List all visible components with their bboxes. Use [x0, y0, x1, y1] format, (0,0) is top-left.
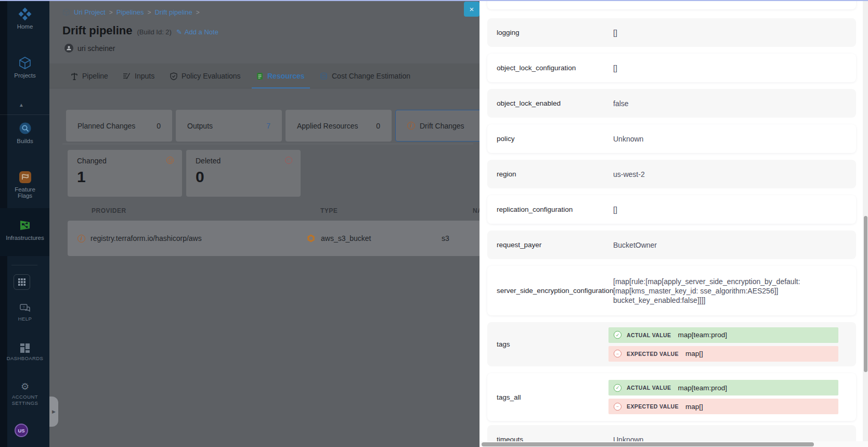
tab-cost-change-estimation[interactable]: Cost Change Estimation [320, 63, 410, 88]
deleted-icon: − [285, 157, 292, 164]
breadcrumb-current[interactable]: Drift pipeline [154, 8, 192, 16]
tab-resources[interactable]: Resources [256, 63, 305, 88]
drawer-close-button[interactable]: × [464, 2, 480, 17]
person-icon [64, 44, 73, 53]
planned-changes-count: 0 [157, 122, 161, 130]
gear-icon: ⚙ [21, 382, 29, 391]
actual-value: map[team:prod] [678, 331, 728, 339]
add-note-link[interactable]: ✎ Add a Note [176, 28, 218, 36]
provider-value: registry.terraform.io/hashicorp/aws [90, 234, 202, 242]
attribute-row: policy Unknown [487, 124, 856, 153]
deleted-count: 0 [196, 168, 291, 186]
user-avatar[interactable]: US [15, 424, 28, 437]
column-header-provider: PROVIDER [92, 207, 126, 214]
sidebar-item-home[interactable]: Home [7, 7, 43, 30]
breadcrumb-separator: > [109, 9, 113, 16]
home-icon [18, 7, 32, 21]
s3-bucket-icon [306, 234, 316, 243]
pencil-icon: ✎ [176, 28, 182, 36]
tab-bar: Pipeline Inputs Policy Evaluations Resou… [49, 63, 480, 88]
build-id-label: (Build Id: 2) [137, 28, 171, 36]
active-tab-underline [252, 87, 310, 89]
card-outputs[interactable]: Outputs7 [176, 110, 282, 142]
drift-info-icon: i [407, 122, 415, 130]
projects-icon [18, 56, 32, 70]
applied-resources-count: 0 [376, 122, 380, 130]
sidebar-item-account-settings[interactable]: ⚙ ACCOUNT SETTINGS [7, 382, 43, 406]
expected-value: map[] [685, 403, 703, 411]
sidebar-divider [0, 114, 49, 115]
sidebar-item-feature-flags[interactable]: Feature Flags [7, 171, 43, 199]
scroll-up-icon[interactable]: ▲ [19, 102, 24, 108]
inputs-icon [123, 72, 131, 80]
actual-value: map[team:prod] [678, 384, 728, 392]
outputs-count: 7 [266, 122, 270, 130]
actual-value-bar: ✓ ACTUAL VALUE map[team:prod] [608, 380, 838, 395]
changed-icon [166, 157, 174, 164]
sidebar-item-help[interactable]: ? HELP [7, 304, 43, 322]
attribute-row: region us-west-2 [487, 160, 856, 188]
chevron-right-icon: ▶ [52, 409, 56, 414]
sidebar-item-label: Feature Flags [7, 186, 43, 199]
attribute-row: request_payer BucketOwner [487, 231, 856, 259]
attribute-row: replication_configuration [] [487, 195, 856, 224]
horizontal-scrollbar-thumb[interactable] [482, 442, 814, 446]
column-header-name: NA [473, 207, 480, 214]
card-planned-changes[interactable]: Planned Changes0 [66, 110, 172, 142]
vertical-scrollbar-thumb[interactable] [864, 216, 867, 372]
sidebar-item-label: DASHBOARDS [7, 355, 44, 362]
shield-check-icon [170, 72, 177, 80]
attribute-row: object_lock_enabled false [487, 89, 856, 118]
sidebar-item-infrastructures[interactable]: Infrastructures [7, 219, 43, 241]
pipeline-icon [71, 72, 78, 80]
check-circle-icon: ✓ [614, 384, 621, 392]
breadcrumb-separator: > [147, 9, 151, 16]
resources-icon [256, 72, 263, 80]
sidebar-item-label: ACCOUNT SETTINGS [9, 394, 41, 406]
dashboards-icon [20, 343, 30, 353]
sidebar: Home Projects ▲ Builds Feature Flags Inf… [0, 0, 49, 447]
grid-icon [18, 278, 25, 286]
drift-details-drawer: lifecycle_rule [] logging [] object_lock… [480, 0, 868, 447]
sidebar-item-projects[interactable]: Projects [7, 56, 43, 79]
sidebar-item-label: Home [17, 23, 33, 30]
breadcrumb-project[interactable]: Uri Project [74, 8, 106, 16]
coins-icon [320, 72, 328, 80]
attribute-row: lifecycle_rule [] [487, 0, 856, 9]
sidebar-item-dashboards[interactable]: DASHBOARDS [7, 343, 43, 362]
tab-policy-evaluations[interactable]: Policy Evaluations [170, 63, 241, 88]
help-icon: ? [20, 304, 30, 313]
expected-value-bar: − EXPECTED VALUE map[] [608, 399, 838, 414]
attribute-row: object_lock_configuration [] [487, 54, 856, 82]
user-name: uri scheiner [77, 44, 115, 53]
section-divider [62, 144, 473, 144]
resource-table-row[interactable]: i registry.terraform.io/hashicorp/aws aw… [68, 221, 480, 256]
close-icon: × [470, 5, 474, 14]
builds-icon [18, 121, 32, 135]
attribute-row: server_side_encryption_configuration [ma… [487, 266, 856, 315]
module-grid-button[interactable] [14, 274, 30, 290]
sidebar-item-builds[interactable]: Builds [7, 121, 43, 144]
sidebar-expand-handle[interactable]: ▶ [49, 397, 58, 427]
sidebar-item-label: Builds [17, 138, 33, 144]
card-applied-resources[interactable]: Applied Resources0 [286, 110, 392, 142]
tab-pipeline[interactable]: Pipeline [71, 63, 108, 88]
feature-flags-icon [19, 171, 32, 184]
type-value: aws_s3_bucket [321, 234, 371, 242]
card-drift-changes[interactable]: i Drift Changes [395, 110, 480, 142]
breadcrumb: Uri Project > Pipelines > Drift pipeline… [62, 8, 200, 16]
attribute-row-tags-all: tags_all ✓ ACTUAL VALUE map[team:prod] −… [487, 373, 856, 421]
attribute-row: logging [] [487, 18, 856, 47]
attribute-row-tags: tags ✓ ACTUAL VALUE map[team:prod] − EXP… [487, 322, 856, 366]
name-value: s3 [442, 234, 449, 242]
expected-value-bar: − EXPECTED VALUE map[] [608, 346, 838, 362]
main-content: Uri Project > Pipelines > Drift pipeline… [49, 0, 480, 447]
sidebar-item-label: Projects [14, 72, 36, 79]
sidebar-divider [11, 265, 37, 265]
tab-inputs[interactable]: Inputs [123, 63, 154, 88]
breadcrumb-separator: > [196, 9, 200, 16]
breadcrumb-pipelines[interactable]: Pipelines [116, 8, 144, 16]
actual-value-bar: ✓ ACTUAL VALUE map[team:prod] [608, 327, 838, 343]
drift-info-icon: i [77, 235, 85, 242]
triggered-by-user: uri scheiner [64, 44, 115, 53]
